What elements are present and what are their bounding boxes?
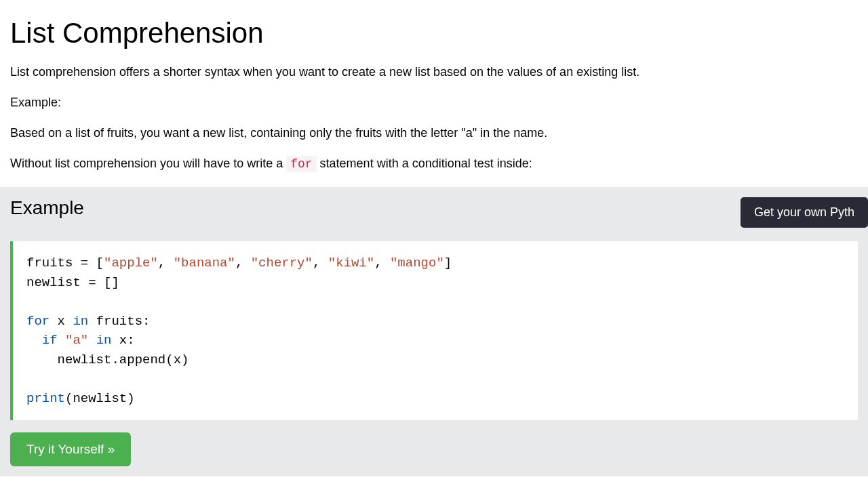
get-server-button[interactable]: Get your own Pyth	[741, 197, 868, 228]
code-text	[58, 333, 65, 348]
without-post: statement with a conditional test inside…	[317, 157, 532, 170]
code-text: fruits = [	[26, 256, 104, 270]
code-text: ,	[374, 256, 390, 270]
code-text: ,	[235, 256, 251, 270]
code-text: newlist = []	[26, 275, 119, 290]
try-it-yourself-button[interactable]: Try it Yourself »	[10, 432, 131, 466]
for-keyword-inline: for	[286, 156, 316, 172]
code-keyword: if	[42, 333, 58, 348]
page-heading: List Comprehension	[10, 17, 858, 49]
code-string: "a"	[65, 333, 88, 348]
code-string: "cherry"	[251, 256, 313, 270]
code-keyword: for	[26, 314, 50, 329]
code-keyword: in	[73, 314, 88, 329]
scenario-text: Based on a list of fruits, you want a ne…	[10, 124, 858, 142]
code-text: (newlist)	[65, 391, 135, 406]
without-pre: Without list comprehension you will have…	[10, 157, 286, 170]
code-string: "apple"	[104, 256, 158, 270]
code-text: newlist.append(x)	[26, 352, 189, 367]
intro-text: List comprehension offers a shorter synt…	[10, 63, 858, 81]
code-text: ,	[158, 256, 174, 270]
code-text: x	[50, 314, 73, 329]
code-text	[88, 333, 96, 348]
code-text	[26, 333, 42, 348]
example-section: Example Get your own Pyth fruits = ["app…	[0, 187, 868, 476]
code-text: ,	[313, 256, 328, 270]
code-string: "banana"	[174, 256, 235, 270]
code-block: fruits = ["apple", "banana", "cherry", "…	[10, 241, 858, 420]
code-function: print	[26, 391, 65, 406]
example-heading: Example	[10, 197, 84, 219]
without-text: Without list comprehension you will have…	[10, 155, 858, 174]
example-label: Example:	[10, 94, 858, 112]
code-string: "mango"	[390, 256, 444, 270]
code-text: ]	[444, 256, 452, 270]
code-text: fruits:	[88, 314, 150, 329]
code-text: x:	[111, 333, 134, 348]
code-keyword: in	[96, 333, 112, 348]
code-string: "kiwi"	[328, 256, 374, 270]
